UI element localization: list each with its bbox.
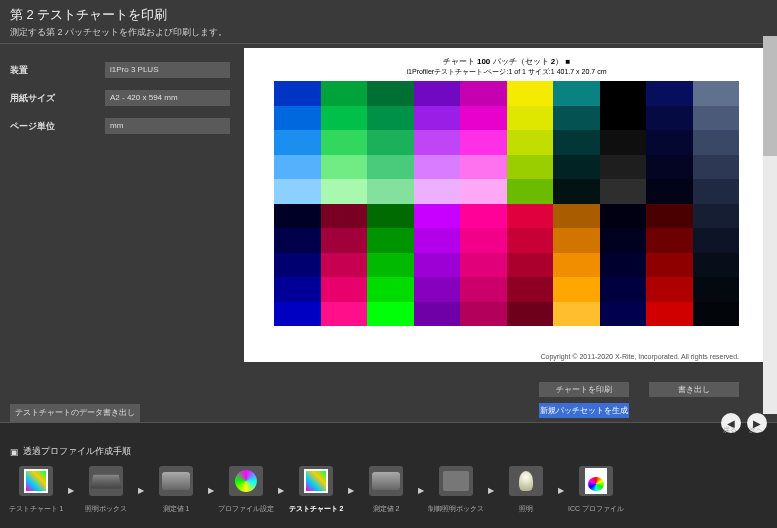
color-swatch [321,277,368,302]
color-swatch [274,106,321,131]
color-swatch [367,81,414,106]
paper-field: 用紙サイズ A2 - 420 x 594 mm [10,90,230,106]
page-subtitle: 測定する第 2 パッチセットを作成および印刷します。 [10,26,767,39]
color-swatch [646,179,693,204]
color-swatch [507,253,554,278]
color-swatch [553,253,600,278]
color-swatch [321,253,368,278]
color-swatch [693,228,740,253]
color-swatch [367,106,414,131]
color-swatch [274,302,321,327]
action-row-1: チャートを印刷 書き出し [244,382,769,397]
color-swatch [693,302,740,327]
export-chart-data-button[interactable]: テストチャートのデータ書き出し [10,404,140,422]
collapse-icon[interactable]: ▣ [10,447,19,457]
step-label: プロファイル設定 [218,504,274,514]
chart-preview: チャート 100 パッチ（セット 2） ■ i1Profilerテストチャート-… [244,48,769,362]
workflow-step[interactable]: テストチャート 1 [10,466,62,514]
color-swatch [507,179,554,204]
step-icon [229,466,263,496]
color-swatch [321,204,368,229]
workflow-step[interactable]: 測定値 1 [150,466,202,514]
vertical-scrollbar[interactable] [763,36,777,414]
arrow-icon: ▶ [68,486,74,495]
color-swatch [414,228,461,253]
export-button[interactable]: 書き出し [649,382,739,397]
arrow-icon: ▶ [418,486,424,495]
color-swatch [414,155,461,180]
step-icon [89,466,123,496]
color-swatch [274,228,321,253]
print-chart-button[interactable]: チャートを印刷 [539,382,629,397]
color-swatch [600,155,647,180]
color-swatch [553,204,600,229]
color-swatch [507,204,554,229]
color-swatch [274,81,321,106]
color-swatch [367,302,414,327]
unit-field: ページ単位 mm [10,118,230,134]
arrow-icon: ▶ [138,486,144,495]
color-swatch [553,130,600,155]
chart-subtitle: i1Profilerテストチャート-ページ:1 of 1 サイズ:1 401.7… [274,67,739,77]
color-swatch [553,81,600,106]
workflow-step[interactable]: プロファイル設定 [220,466,272,514]
color-swatch [600,277,647,302]
color-swatch [274,155,321,180]
color-swatch [646,155,693,180]
color-swatch [693,130,740,155]
color-swatch [460,106,507,131]
color-swatch [321,155,368,180]
workflow-step[interactable]: 照明ボックス [80,466,132,514]
workflow-step[interactable]: 測定値 2 [360,466,412,514]
scroll-thumb[interactable] [763,36,777,156]
nav-arrows: ◀ 戻る ▶ 次へ [721,413,767,433]
workflow-step[interactable]: テストチャート 2 [290,466,342,514]
color-swatch [553,155,600,180]
color-swatch [507,277,554,302]
generate-patchset-button[interactable]: 新規パッチセットを生成 [539,403,629,418]
preview-panel: チャート 100 パッチ（セット 2） ■ i1Profilerテストチャート-… [240,44,777,422]
step-icon [159,466,193,496]
unit-value[interactable]: mm [105,118,230,134]
step-label: 照明 [519,504,533,514]
workflow-step[interactable]: ICC プロファイル [570,466,622,514]
color-swatch [693,253,740,278]
next-label: 次へ [749,425,763,435]
color-swatch [321,179,368,204]
color-swatch [274,179,321,204]
color-swatch [460,155,507,180]
color-swatch [507,130,554,155]
paper-value[interactable]: A2 - 420 x 594 mm [105,90,230,106]
color-swatch [600,302,647,327]
color-swatch [600,179,647,204]
step-icon [369,466,403,496]
color-swatch [693,204,740,229]
color-swatch [507,81,554,106]
color-swatch [600,106,647,131]
arrow-icon: ▶ [348,486,354,495]
color-swatch [600,204,647,229]
color-swatch [460,277,507,302]
color-swatch [600,228,647,253]
color-swatch [460,179,507,204]
color-swatch [460,81,507,106]
color-swatch [414,106,461,131]
color-swatch [274,277,321,302]
color-swatch [367,155,414,180]
color-swatch [367,130,414,155]
color-swatch [553,228,600,253]
color-swatch [646,204,693,229]
color-swatch [460,204,507,229]
workflow-step[interactable]: 制御照明ボックス [430,466,482,514]
page-header: 第 2 テストチャートを印刷 測定する第 2 パッチセットを作成および印刷します… [0,0,777,44]
step-icon [439,466,473,496]
color-swatch [507,155,554,180]
color-swatch [693,277,740,302]
color-swatch [460,302,507,327]
color-swatch [553,106,600,131]
device-value[interactable]: i1Pro 3 PLUS [105,62,230,78]
color-swatch [693,179,740,204]
workflow-title: ▣ 透過プロファイル作成手順 [10,445,767,458]
step-label: 測定値 1 [163,504,190,514]
workflow-step[interactable]: 照明 [500,466,552,514]
